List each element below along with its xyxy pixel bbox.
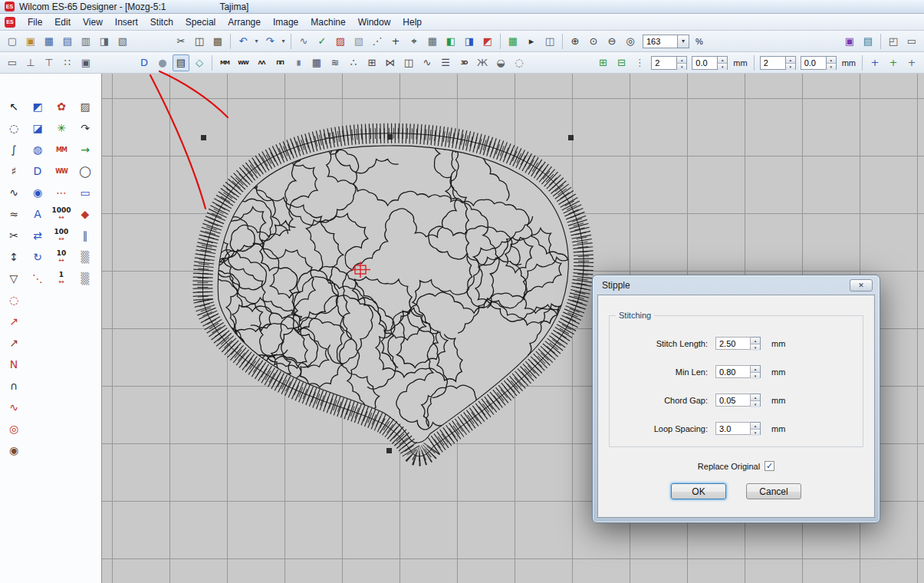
trace-tool[interactable]: →: [74, 140, 96, 160]
design-wizard-icon[interactable]: ∿: [295, 33, 312, 50]
selection-handle-top-left[interactable]: [201, 135, 206, 140]
selection-handle-bottom-center[interactable]: [386, 448, 392, 453]
pattern-grid-a-icon[interactable]: ⊞: [594, 54, 611, 71]
row-offset-spinner[interactable]: ▴▾: [718, 56, 728, 70]
zoom-1to1-icon[interactable]: ⊙: [585, 33, 602, 50]
menu-edit[interactable]: Edit: [48, 15, 77, 29]
spin-down-icon[interactable]: ▾: [751, 344, 760, 351]
wave-fill-icon[interactable]: ≋: [327, 54, 344, 71]
open-fill-icon[interactable]: ◌: [511, 54, 528, 71]
run-stitch-icon[interactable]: |||: [290, 54, 307, 71]
spiral-fill-icon[interactable]: ∿: [419, 54, 436, 71]
spin-up-icon[interactable]: ▴: [751, 338, 760, 344]
funnel-tool[interactable]: ▽: [3, 268, 25, 288]
print-preview-icon[interactable]: ◨: [96, 33, 113, 50]
zoom-level-input[interactable]: [643, 35, 678, 48]
selection-handle-top-center[interactable]: [387, 134, 393, 140]
spin-down-icon[interactable]: ▾: [751, 430, 760, 436]
column-offset-input[interactable]: [801, 56, 827, 70]
measure-tool[interactable]: ↕: [3, 247, 25, 267]
zoom-out-icon[interactable]: ⊖: [603, 33, 620, 50]
tatami-stitch-icon[interactable]: WW: [235, 54, 252, 71]
ellipse-tool[interactable]: ◯: [74, 161, 96, 181]
stitch-edit-tool[interactable]: WW: [51, 161, 72, 181]
stitch-angle-tool[interactable]: ♯: [3, 161, 25, 181]
menu-file[interactable]: File: [21, 15, 48, 29]
zoom-level-dropdown-icon[interactable]: ▾: [678, 35, 689, 48]
position-marker-icon[interactable]: ⌖: [406, 33, 423, 50]
spin-up-icon[interactable]: ▴: [786, 57, 795, 64]
crosshair-icon[interactable]: +: [387, 33, 404, 50]
reshape-views-tool[interactable]: ◪: [27, 118, 48, 138]
check-design-icon[interactable]: ✓: [314, 33, 330, 50]
satin-stitch-icon[interactable]: MM: [216, 54, 233, 71]
zigzag-stitch-icon[interactable]: ΛΛ: [253, 54, 270, 71]
curve-line-tool[interactable]: ∩: [3, 376, 25, 396]
jump-stitch-icon[interactable]: ∷: [59, 54, 76, 71]
select-object-tool[interactable]: ↖: [3, 97, 25, 117]
columns-tool[interactable]: ∥: [74, 226, 96, 245]
grid-fill-icon[interactable]: ▦: [308, 54, 325, 71]
stitch-length-input[interactable]: [715, 337, 751, 350]
chord-gap-spinner[interactable]: ▴▾: [751, 394, 761, 407]
film-red-icon[interactable]: ◩: [479, 33, 496, 50]
menu-image[interactable]: Image: [267, 15, 304, 29]
swatch-b[interactable]: ▒: [74, 268, 96, 288]
swatch-a[interactable]: ▒: [74, 247, 96, 267]
show-design-icon[interactable]: ▣: [841, 33, 858, 50]
export-machine-file-icon[interactable]: ▧: [114, 33, 131, 50]
zigzag-line-tool[interactable]: N: [3, 354, 25, 374]
design-view-icon[interactable]: ▭: [4, 54, 21, 71]
polygon-select-tool[interactable]: ◌: [3, 118, 25, 138]
nudge-10[interactable]: 10↔: [51, 247, 72, 267]
fabric-light-icon[interactable]: ▧: [350, 33, 367, 50]
rows-count-input[interactable]: [651, 56, 677, 70]
fur-effect-icon[interactable]: Ж: [474, 54, 491, 71]
spin-up-icon[interactable]: ▴: [677, 57, 686, 64]
target-point-tool[interactable]: ◎: [3, 419, 25, 439]
ok-button[interactable]: OK: [671, 483, 726, 499]
lettering-tool[interactable]: A: [27, 204, 48, 224]
stipple-run-icon[interactable]: ▤: [173, 54, 189, 71]
redo-dropdown-icon[interactable]: ▾: [280, 33, 287, 50]
spin-down-icon[interactable]: ▾: [827, 64, 836, 70]
open-design-icon[interactable]: ▣: [22, 33, 39, 50]
overlap-objects-icon[interactable]: ◫: [541, 33, 558, 50]
reshape-node-tool[interactable]: ∫: [3, 140, 25, 160]
show-bitmap-icon[interactable]: ▤: [860, 33, 876, 50]
monogram-tool[interactable]: D: [27, 161, 48, 181]
menu-machine[interactable]: Machine: [304, 15, 351, 29]
save-as-icon[interactable]: ▤: [59, 33, 76, 50]
outline-letter-icon[interactable]: D: [136, 54, 153, 71]
stitch-line-tool[interactable]: ↗: [3, 333, 25, 353]
rectangle-tool[interactable]: ▭: [74, 183, 96, 203]
row-offset-input[interactable]: [692, 56, 718, 70]
spin-down-icon[interactable]: ▾: [751, 401, 760, 407]
hatch-fill-tool[interactable]: ▨: [74, 97, 96, 117]
save-design-icon[interactable]: ▦: [41, 33, 58, 50]
stitch-length-spinner[interactable]: ▴▾: [751, 337, 761, 350]
undo-dropdown-icon[interactable]: ▾: [253, 33, 260, 50]
columns-count-input[interactable]: [760, 56, 786, 70]
column-offset[interactable]: ▴▾: [801, 56, 837, 70]
contour-fill-icon[interactable]: ◫: [400, 54, 417, 71]
chord-gap-input[interactable]: [715, 394, 751, 407]
column-offset-spinner[interactable]: ▴▾: [827, 56, 837, 70]
connectors-icon[interactable]: ⊤: [41, 54, 58, 71]
dot-fill-icon[interactable]: ⋰: [369, 33, 386, 50]
spin-up-icon[interactable]: ▴: [751, 394, 760, 401]
rows-count[interactable]: ▴▾: [651, 56, 687, 70]
spiral-eye-tool[interactable]: ◉: [3, 440, 25, 460]
film-blue-icon[interactable]: ◨: [461, 33, 478, 50]
gradient-fill-icon[interactable]: ◒: [492, 54, 509, 71]
e-stitch-icon[interactable]: ΠΠ: [271, 54, 288, 71]
stitch-direction-tool[interactable]: ↗: [3, 311, 25, 331]
cut-icon[interactable]: ✂: [173, 33, 189, 50]
fabric-hatch-icon[interactable]: ▨: [332, 33, 349, 50]
machine-function-icon[interactable]: ▣: [77, 54, 94, 71]
motif-fill-icon[interactable]: ⋈: [382, 54, 399, 71]
print-icon[interactable]: ▥: [77, 33, 94, 50]
dotted-run-tool[interactable]: ⋱: [27, 268, 48, 288]
menu-stitch[interactable]: Stitch: [144, 15, 179, 29]
mirror-copy-tool[interactable]: ⇄: [27, 226, 48, 245]
